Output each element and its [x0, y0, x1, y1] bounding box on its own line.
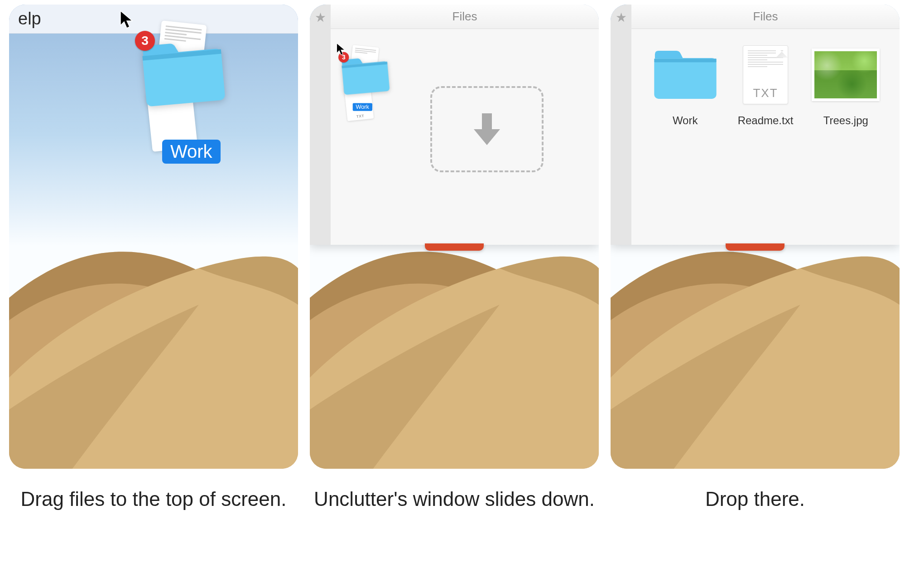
- dune-foreground: [310, 214, 599, 469]
- folder-label: Work: [352, 103, 372, 111]
- file-grid: Work TXT Readme.txt: [645, 41, 886, 127]
- count-badge: 3: [135, 31, 155, 51]
- drop-zone[interactable]: [430, 86, 544, 172]
- svg-rect-5: [654, 58, 716, 62]
- file-label: Readme.txt: [738, 114, 794, 127]
- sidebar[interactable]: ★: [611, 5, 631, 245]
- dune-foreground: [611, 214, 900, 469]
- files-area[interactable]: Files: [331, 5, 599, 245]
- file-item-folder[interactable]: Work: [647, 41, 724, 127]
- panel-2: ★ Files TXT: [310, 5, 599, 469]
- panels-row: elp TXT 3 Work: [9, 5, 915, 469]
- unclutter-window[interactable]: ★ Files: [310, 5, 599, 245]
- svg-rect-4: [654, 58, 716, 98]
- star-icon[interactable]: ★: [315, 10, 326, 25]
- sidebar[interactable]: ★: [310, 5, 331, 245]
- file-item-txt[interactable]: TXT Readme.txt: [727, 41, 804, 127]
- file-label: Trees.jpg: [823, 114, 868, 127]
- file-extension: TXT: [743, 86, 788, 100]
- panel-handle[interactable]: [425, 243, 484, 251]
- cursor-icon: [336, 43, 346, 58]
- menu-bar-text: elp: [18, 9, 41, 29]
- caption-1: Drag files to the top of screen.: [9, 486, 298, 512]
- panel-handle[interactable]: [726, 243, 784, 251]
- files-header: Files: [331, 5, 599, 29]
- files-header: Files: [631, 5, 900, 29]
- unclutter-window[interactable]: ★ Files Work: [611, 5, 900, 245]
- panel-1: elp TXT 3 Work: [9, 5, 298, 469]
- drag-bundle[interactable]: TXT 3 Work: [136, 23, 226, 107]
- folder-label: Work: [162, 140, 221, 164]
- arrow-down-icon: [471, 111, 503, 147]
- dune-foreground: [9, 214, 298, 469]
- caption-3: Drop there.: [611, 486, 900, 512]
- folder-icon: [651, 41, 719, 109]
- txt-file-icon: TXT: [732, 41, 799, 109]
- star-icon[interactable]: ★: [616, 10, 627, 25]
- panel-3: ★ Files Work: [611, 5, 900, 469]
- files-area[interactable]: Files Work: [631, 5, 900, 245]
- captions-row: Drag files to the top of screen. Unclutt…: [9, 486, 915, 512]
- caption-2: Unclutter's window slides down.: [310, 486, 599, 512]
- file-item-image[interactable]: Trees.jpg: [807, 41, 884, 127]
- image-thumbnail-icon: [812, 41, 880, 109]
- file-label: Work: [673, 114, 698, 127]
- cursor-icon: [120, 10, 134, 32]
